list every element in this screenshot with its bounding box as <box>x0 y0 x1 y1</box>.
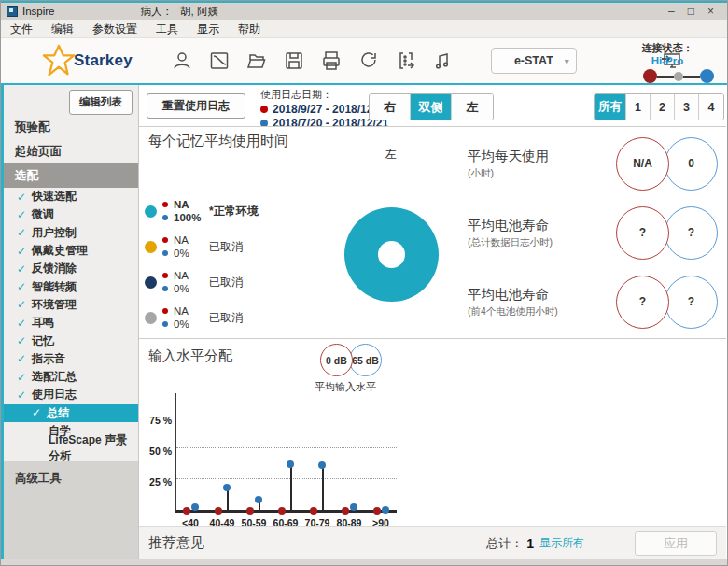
sidebar-item-使用日志[interactable]: ✓使用日志 <box>4 386 138 403</box>
memory-button-所有[interactable]: 所有 <box>595 94 626 120</box>
sidebar-item-佩戴史管理[interactable]: ✓佩戴史管理 <box>4 242 138 260</box>
show-all-link[interactable]: 显示所有 <box>539 535 584 551</box>
right-data-dot <box>278 507 286 515</box>
memory-color-dot <box>145 241 157 253</box>
recommendations-title: 推荐意见 <box>148 534 204 552</box>
left-data-dot <box>255 496 262 503</box>
right-ear-value-circle: ? <box>616 276 669 329</box>
open-folder-icon[interactable] <box>245 49 269 73</box>
starkey-logo: Starkey <box>40 43 133 78</box>
sidebar-item-记忆[interactable]: ✓记忆 <box>4 332 138 349</box>
menu-item-4[interactable]: 显示 <box>188 20 229 38</box>
save-icon[interactable] <box>282 49 306 73</box>
sidebar: 编辑列表 预验配起始页面选配 ✓快速选配✓微调✓用户控制✓佩戴史管理✓反馈消除✓… <box>1 85 139 559</box>
plot-area <box>175 393 397 513</box>
left-ear-value-circle: 0 <box>665 137 718 191</box>
left-data-dot <box>223 484 231 491</box>
right-data-dot <box>246 507 254 515</box>
menu-item-2[interactable]: 参数设置 <box>83 20 147 38</box>
fitting-curve-icon[interactable] <box>207 49 231 73</box>
left-mini-dot <box>162 215 168 220</box>
left-data-dot <box>287 460 294 468</box>
sidebar-section-选配[interactable]: 选配 <box>4 163 138 188</box>
estat-dropdown[interactable]: e-STAT ▾ <box>491 48 577 74</box>
sidebar-item-advanced-tools[interactable]: 高级工具 <box>4 461 138 559</box>
window-bottom-strip <box>1 559 727 566</box>
print-icon[interactable] <box>319 49 343 73</box>
check-icon: ✓ <box>17 280 26 293</box>
app-icon <box>7 6 18 17</box>
window-controls: – □ × <box>668 5 721 18</box>
sidebar-section-起始页面[interactable]: 起始页面 <box>4 139 138 163</box>
connection-dots <box>621 69 714 83</box>
legend-entry-0: NA100%*正常环境 <box>145 197 259 225</box>
average-input-circles: 0 dB 65 dB <box>320 344 382 376</box>
left-data-dot <box>382 506 389 514</box>
left-mini-dot <box>162 250 168 256</box>
sidebar-item-智能转频[interactable]: ✓智能转频 <box>4 277 138 295</box>
sidebar-item-微调[interactable]: ✓微调 <box>4 205 138 223</box>
sidebar-item-LifeScape 声景分析[interactable]: LifeScape 声景分析 <box>4 440 138 458</box>
undo-icon[interactable] <box>357 49 381 73</box>
check-icon: ✓ <box>17 262 26 276</box>
minimize-icon[interactable]: – <box>668 5 675 18</box>
input-section-title: 输入水平分配 <box>148 347 232 365</box>
side-button-左[interactable]: 左 <box>452 94 493 120</box>
divider <box>139 338 726 339</box>
menu-item-3[interactable]: 工具 <box>147 20 188 38</box>
sidebar-item-指示音[interactable]: ✓指示音 <box>4 350 138 368</box>
patient-icon[interactable] <box>170 49 194 73</box>
ear-column-label: 左 <box>380 147 402 163</box>
sidebar-item-用户控制[interactable]: ✓用户控制 <box>4 224 138 242</box>
menu-item-1[interactable]: 编辑 <box>42 20 83 38</box>
menu-item-0[interactable]: 文件 <box>1 20 42 38</box>
edit-list-button[interactable]: 编辑列表 <box>69 90 133 115</box>
check-icon: ✓ <box>17 226 26 239</box>
reset-datalog-button[interactable]: 重置使用日志 <box>147 93 245 119</box>
right-mini-dot <box>162 308 168 314</box>
sidebar-item-耳鸣[interactable]: ✓耳鸣 <box>4 314 138 332</box>
usage-section-title: 每个记忆平均使用时间 <box>148 133 288 150</box>
apply-button[interactable]: 应用 <box>635 531 717 556</box>
connection-label: 连接状态： <box>621 41 714 55</box>
legend-entry-2: NA0%已取消 <box>145 268 259 296</box>
sidebar-item-summary-selected[interactable]: ✓ 总结 <box>4 404 138 422</box>
left-avg-input-circle: 65 dB <box>349 344 382 376</box>
memory-button-4[interactable]: 4 <box>699 94 723 120</box>
sidebar-section-预验配[interactable]: 预验配 <box>4 115 138 139</box>
memory-button-1[interactable]: 1 <box>626 94 651 120</box>
check-icon: ✓ <box>17 389 26 402</box>
legend-entry-3: NA0%已取消 <box>145 304 259 332</box>
check-icon: ✓ <box>32 406 41 419</box>
sidebar-item-快速选配[interactable]: ✓快速选配 <box>4 188 138 205</box>
media-player-icon[interactable] <box>431 49 455 73</box>
sidebar-item-选配汇总[interactable]: ✓选配汇总 <box>4 368 138 386</box>
memory-color-dot <box>145 205 157 218</box>
left-ear-value-circle: ? <box>665 206 718 260</box>
menu-item-5[interactable]: 帮助 <box>229 20 270 38</box>
right-mini-dot <box>162 202 168 207</box>
check-icon: ✓ <box>17 334 26 347</box>
left-mini-dot <box>162 321 168 327</box>
patient-label: 病人： <box>141 5 174 19</box>
maximize-icon[interactable]: □ <box>688 5 694 18</box>
chevron-down-icon: ▾ <box>565 56 569 66</box>
content-area: 重置使用日志 使用日志日期： 2018/9/27 - 2018/12/21 20… <box>139 85 726 559</box>
memory-button-3[interactable]: 3 <box>675 94 699 120</box>
left-data-dot <box>191 503 199 511</box>
data-transfer-icon[interactable] <box>394 49 418 73</box>
side-button-右[interactable]: 右 <box>370 94 411 120</box>
side-button-双侧[interactable]: 双侧 <box>411 94 452 120</box>
memory-button-2[interactable]: 2 <box>651 94 675 120</box>
app-title: Inspire <box>22 6 55 17</box>
right-ear-value-circle: ? <box>616 206 669 260</box>
recommendations-bar: 推荐意见 总计： 1 显示所有 应用 <box>139 526 726 559</box>
right-data-dot <box>342 507 349 515</box>
memory-segmented: 所有1234 <box>594 93 724 120</box>
close-icon[interactable]: × <box>707 5 714 18</box>
sidebar-item-反馈消除[interactable]: ✓反馈消除 <box>4 260 138 277</box>
right-data-dot <box>373 507 381 515</box>
sidebar-item-环境管理[interactable]: ✓环境管理 <box>4 296 138 314</box>
left-ear-value-circle: ? <box>665 276 718 329</box>
ear-side-segmented: 右双侧左 <box>369 93 494 120</box>
